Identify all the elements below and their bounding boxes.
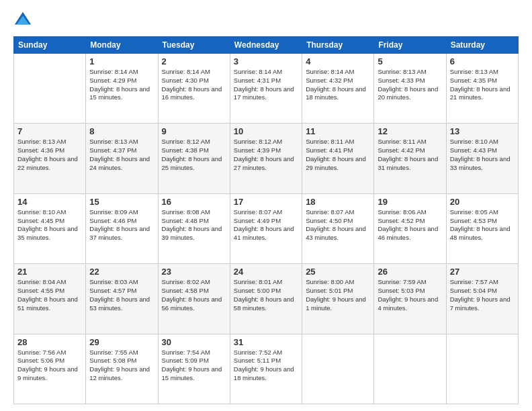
calendar-cell: 21Sunrise: 8:04 AM Sunset: 4:55 PM Dayli… (14, 264, 86, 334)
day-number: 28 (17, 337, 82, 347)
cell-info: Sunrise: 8:07 AM Sunset: 4:49 PM Dayligh… (234, 208, 298, 242)
cell-info: Sunrise: 8:04 AM Sunset: 4:55 PM Dayligh… (17, 278, 82, 312)
calendar-week-1: 7Sunrise: 8:13 AM Sunset: 4:36 PM Daylig… (14, 124, 519, 193)
calendar-cell: 8Sunrise: 8:13 AM Sunset: 4:37 PM Daylig… (86, 124, 158, 193)
day-number: 7 (17, 126, 82, 136)
calendar-cell: 19Sunrise: 8:06 AM Sunset: 4:52 PM Dayli… (374, 193, 446, 263)
calendar-cell: 10Sunrise: 8:12 AM Sunset: 4:39 PM Dayli… (230, 124, 302, 193)
calendar-cell: 7Sunrise: 8:13 AM Sunset: 4:36 PM Daylig… (14, 124, 86, 193)
cell-info: Sunrise: 8:13 AM Sunset: 4:36 PM Dayligh… (17, 138, 82, 172)
calendar-cell: 14Sunrise: 8:10 AM Sunset: 4:45 PM Dayli… (14, 193, 86, 263)
calendar-cell: 28Sunrise: 7:56 AM Sunset: 5:06 PM Dayli… (14, 334, 86, 404)
calendar-cell: 18Sunrise: 8:07 AM Sunset: 4:50 PM Dayli… (302, 193, 374, 263)
cell-info: Sunrise: 8:14 AM Sunset: 4:29 PM Dayligh… (89, 68, 154, 102)
day-number: 11 (306, 126, 370, 136)
day-number: 9 (162, 126, 226, 136)
cell-info: Sunrise: 7:54 AM Sunset: 5:09 PM Dayligh… (162, 349, 226, 383)
cell-info: Sunrise: 8:13 AM Sunset: 4:35 PM Dayligh… (450, 68, 515, 102)
calendar-cell: 9Sunrise: 8:12 AM Sunset: 4:38 PM Daylig… (158, 124, 230, 193)
calendar-header-row: SundayMondayTuesdayWednesdayThursdayFrid… (14, 37, 519, 54)
calendar-cell: 12Sunrise: 8:11 AM Sunset: 4:42 PM Dayli… (374, 124, 446, 193)
header-thursday: Thursday (302, 37, 374, 54)
cell-info: Sunrise: 8:11 AM Sunset: 4:41 PM Dayligh… (306, 138, 370, 172)
day-number: 10 (234, 126, 298, 136)
cell-info: Sunrise: 8:05 AM Sunset: 4:53 PM Dayligh… (450, 208, 515, 242)
day-number: 13 (450, 126, 515, 136)
calendar-cell: 6Sunrise: 8:13 AM Sunset: 4:35 PM Daylig… (446, 54, 518, 124)
day-number: 27 (450, 267, 515, 277)
day-number: 3 (234, 56, 298, 66)
cell-info: Sunrise: 8:12 AM Sunset: 4:38 PM Dayligh… (162, 138, 226, 172)
day-number: 14 (17, 197, 82, 207)
calendar-week-3: 21Sunrise: 8:04 AM Sunset: 4:55 PM Dayli… (14, 264, 519, 334)
calendar-cell: 15Sunrise: 8:09 AM Sunset: 4:46 PM Dayli… (86, 193, 158, 263)
calendar-cell: 24Sunrise: 8:01 AM Sunset: 5:00 PM Dayli… (230, 264, 302, 334)
cell-info: Sunrise: 8:10 AM Sunset: 4:45 PM Dayligh… (17, 208, 82, 242)
day-number: 8 (89, 126, 154, 136)
header-friday: Friday (374, 37, 446, 54)
day-number: 4 (306, 56, 370, 66)
calendar-cell: 31Sunrise: 7:52 AM Sunset: 5:11 PM Dayli… (230, 334, 302, 404)
calendar-table: SundayMondayTuesdayWednesdayThursdayFrid… (13, 36, 519, 404)
day-number: 12 (378, 126, 442, 136)
calendar-cell (446, 334, 518, 404)
cell-info: Sunrise: 8:13 AM Sunset: 4:33 PM Dayligh… (378, 68, 442, 102)
calendar-cell: 3Sunrise: 8:14 AM Sunset: 4:31 PM Daylig… (230, 54, 302, 124)
cell-info: Sunrise: 8:12 AM Sunset: 4:39 PM Dayligh… (234, 138, 298, 172)
cell-info: Sunrise: 7:57 AM Sunset: 5:04 PM Dayligh… (450, 278, 515, 312)
day-number: 22 (89, 267, 154, 277)
cell-info: Sunrise: 8:07 AM Sunset: 4:50 PM Dayligh… (306, 208, 370, 242)
calendar-cell: 27Sunrise: 7:57 AM Sunset: 5:04 PM Dayli… (446, 264, 518, 334)
calendar-cell: 26Sunrise: 7:59 AM Sunset: 5:03 PM Dayli… (374, 264, 446, 334)
cell-info: Sunrise: 8:14 AM Sunset: 4:31 PM Dayligh… (234, 68, 298, 102)
cell-info: Sunrise: 8:10 AM Sunset: 4:43 PM Dayligh… (450, 138, 515, 172)
logo (13, 11, 35, 30)
header-wednesday: Wednesday (230, 37, 302, 54)
cell-info: Sunrise: 8:08 AM Sunset: 4:48 PM Dayligh… (162, 208, 226, 242)
calendar-cell: 17Sunrise: 8:07 AM Sunset: 4:49 PM Dayli… (230, 193, 302, 263)
day-number: 2 (162, 56, 226, 66)
calendar-cell: 25Sunrise: 8:00 AM Sunset: 5:01 PM Dayli… (302, 264, 374, 334)
cell-info: Sunrise: 7:52 AM Sunset: 5:11 PM Dayligh… (234, 349, 298, 383)
calendar-cell: 5Sunrise: 8:13 AM Sunset: 4:33 PM Daylig… (374, 54, 446, 124)
calendar-week-0: 1Sunrise: 8:14 AM Sunset: 4:29 PM Daylig… (14, 54, 519, 124)
cell-info: Sunrise: 8:06 AM Sunset: 4:52 PM Dayligh… (378, 208, 442, 242)
day-number: 26 (378, 267, 442, 277)
calendar-cell: 16Sunrise: 8:08 AM Sunset: 4:48 PM Dayli… (158, 193, 230, 263)
calendar-cell: 11Sunrise: 8:11 AM Sunset: 4:41 PM Dayli… (302, 124, 374, 193)
cell-info: Sunrise: 7:55 AM Sunset: 5:08 PM Dayligh… (89, 349, 154, 383)
cell-info: Sunrise: 7:59 AM Sunset: 5:03 PM Dayligh… (378, 278, 442, 312)
cell-info: Sunrise: 8:09 AM Sunset: 4:46 PM Dayligh… (89, 208, 154, 242)
day-number: 29 (89, 337, 154, 347)
cell-info: Sunrise: 8:14 AM Sunset: 4:30 PM Dayligh… (162, 68, 226, 102)
cell-info: Sunrise: 8:03 AM Sunset: 4:57 PM Dayligh… (89, 278, 154, 312)
day-number: 17 (234, 197, 298, 207)
day-number: 25 (306, 267, 370, 277)
cell-info: Sunrise: 8:13 AM Sunset: 4:37 PM Dayligh… (89, 138, 154, 172)
day-number: 5 (378, 56, 442, 66)
cell-info: Sunrise: 8:01 AM Sunset: 5:00 PM Dayligh… (234, 278, 298, 312)
calendar-cell (374, 334, 446, 404)
calendar-cell: 20Sunrise: 8:05 AM Sunset: 4:53 PM Dayli… (446, 193, 518, 263)
day-number: 19 (378, 197, 442, 207)
day-number: 1 (89, 56, 154, 66)
calendar-cell: 22Sunrise: 8:03 AM Sunset: 4:57 PM Dayli… (86, 264, 158, 334)
day-number: 20 (450, 197, 515, 207)
header (13, 11, 519, 30)
calendar-cell (302, 334, 374, 404)
cell-info: Sunrise: 8:14 AM Sunset: 4:32 PM Dayligh… (306, 68, 370, 102)
header-tuesday: Tuesday (158, 37, 230, 54)
day-number: 15 (89, 197, 154, 207)
header-saturday: Saturday (446, 37, 518, 54)
day-number: 23 (162, 267, 226, 277)
day-number: 24 (234, 267, 298, 277)
header-monday: Monday (86, 37, 158, 54)
page: SundayMondayTuesdayWednesdayThursdayFrid… (0, 0, 532, 411)
calendar-cell: 2Sunrise: 8:14 AM Sunset: 4:30 PM Daylig… (158, 54, 230, 124)
day-number: 16 (162, 197, 226, 207)
calendar-cell: 4Sunrise: 8:14 AM Sunset: 4:32 PM Daylig… (302, 54, 374, 124)
day-number: 21 (17, 267, 82, 277)
calendar-cell: 29Sunrise: 7:55 AM Sunset: 5:08 PM Dayli… (86, 334, 158, 404)
calendar-cell: 1Sunrise: 8:14 AM Sunset: 4:29 PM Daylig… (86, 54, 158, 124)
day-number: 31 (234, 337, 298, 347)
